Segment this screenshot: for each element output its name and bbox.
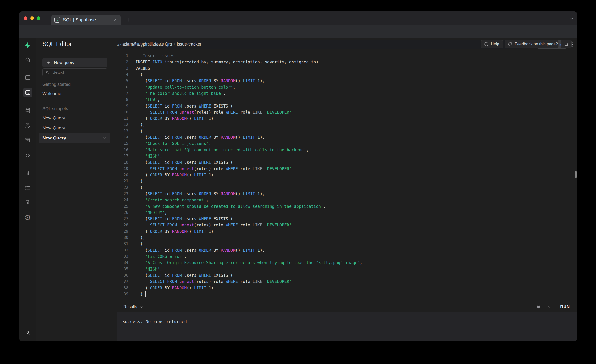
database-nav[interactable] (23, 106, 32, 115)
code-line: 1-- Insert issues (117, 53, 577, 59)
feedback-button[interactable]: Feedback on this page? (505, 40, 559, 48)
line-number: 26 (117, 209, 128, 216)
line-number: 28 (117, 222, 128, 228)
section-label: Getting started (39, 80, 110, 89)
sidebar-sections: Getting startedWelcomeSQL snippetsNew Qu… (39, 80, 110, 143)
code-line: 16 'Make sure that SQL can not be inject… (117, 147, 577, 153)
new-tab-button[interactable] (125, 16, 132, 23)
help-button[interactable]: Help (481, 40, 503, 48)
line-number: 21 (117, 178, 128, 184)
sidebar-item-label: New Query (42, 135, 66, 141)
gear-icon: ⚙ (25, 214, 31, 221)
code-line: 14 (SELECT id FROM users ORDER BY RANDOM… (117, 134, 577, 141)
line-number: 32 (117, 247, 128, 253)
code-line: 26 'MEDIUM', (117, 209, 577, 216)
settings-nav[interactable]: ⚙ (23, 213, 32, 223)
tab-strip: SQL | Supabase (19, 11, 577, 25)
tab-search-chevron-icon[interactable] (570, 17, 574, 20)
api-nav[interactable] (23, 151, 32, 160)
code-line: 12 ), (117, 122, 577, 128)
notifications-button[interactable] (561, 40, 572, 48)
line-number: 9 (117, 103, 128, 109)
code-line: 15 'Check for SQL injections', (117, 141, 577, 147)
home-nav[interactable] (23, 55, 32, 65)
code-line: 18 (SELECT id FROM users WHERE EXISTS ( (117, 159, 577, 165)
line-number: 5 (117, 78, 128, 84)
section-label: SQL snippets (39, 104, 110, 113)
breadcrumb-org[interactable]: adam@windmill.dev's Org (122, 38, 172, 51)
editor-scrollbar-thumb[interactable] (574, 171, 577, 178)
new-query-button[interactable]: New query (42, 58, 107, 67)
reports-nav[interactable] (23, 169, 32, 178)
line-number: 39 (117, 291, 128, 297)
code-line: 20 ) ORDER BY RANDOM() LIMIT 1) (117, 172, 577, 178)
table-icon (25, 74, 31, 81)
minimize-window-button[interactable] (30, 16, 34, 20)
sidebar-item-label: New Query (42, 115, 65, 120)
search-box (42, 68, 107, 76)
text-cursor (145, 291, 146, 297)
line-number: 38 (117, 285, 128, 291)
line-number: 3 (117, 65, 128, 72)
sidebar-item-welcome[interactable]: Welcome (39, 89, 110, 99)
sidebar-item-new-query[interactable]: New Query (39, 133, 110, 143)
browser-tab[interactable]: SQL | Supabase (52, 15, 121, 25)
feedback-label: Feedback on this page? (515, 42, 558, 46)
sidebar-item-new-query[interactable]: New Query (39, 123, 110, 133)
line-number: 34 (117, 260, 128, 266)
code-line: 35 'HIGH', (117, 266, 577, 272)
run-button[interactable]: RUN (560, 301, 570, 312)
docs-nav[interactable] (23, 198, 32, 207)
results-chevron-icon[interactable] (140, 305, 143, 309)
sidebar-item-new-query[interactable]: New Query (39, 113, 110, 123)
sidebar-item-label: Welcome (42, 91, 61, 96)
search-input[interactable] (52, 70, 101, 75)
line-number: 25 (117, 203, 128, 209)
code-line: 24 'Create search component', (117, 197, 577, 203)
supabase-favicon-icon (54, 17, 60, 23)
file-icon (25, 200, 31, 206)
logs-nav[interactable] (23, 183, 32, 193)
main-header: adam@windmill.dev's Org / issue-tracker … (117, 38, 577, 51)
account-nav[interactable] (23, 328, 32, 338)
code-line: 5 (SELECT id FROM users ORDER BY RANDOM(… (117, 78, 577, 84)
line-number: 7 (117, 90, 128, 97)
indent-guide (139, 72, 139, 291)
code-line: 19 SELECT FROM unnest(roles) role WHERE … (117, 166, 577, 172)
line-number: 4 (117, 72, 128, 78)
question-circle-icon (484, 42, 489, 46)
line-number: 15 (117, 141, 128, 147)
storage-nav[interactable] (23, 135, 32, 145)
storage-icon (25, 137, 31, 143)
sql-code-editor[interactable]: 1-- Insert issues2INSERT INTO issues(cre… (117, 51, 577, 301)
table-editor-nav[interactable] (23, 73, 32, 82)
person-icon (25, 330, 31, 336)
code-line: 4 ( (117, 72, 577, 78)
sql-editor-nav[interactable] (23, 88, 32, 97)
auth-icon (25, 122, 31, 128)
success-message: Success. No rows returned (122, 319, 187, 324)
plus-icon (46, 60, 51, 65)
code-line: 9 (SELECT id FROM users WHERE EXISTS ( (117, 103, 577, 109)
line-number: 23 (117, 191, 128, 197)
code-line: 13 ( (117, 128, 577, 134)
zoom-window-button[interactable] (37, 16, 40, 20)
authentication-nav[interactable] (23, 121, 32, 130)
results-bar: Results RUN (117, 301, 577, 312)
line-number: 8 (117, 97, 128, 103)
breadcrumb-project[interactable]: issue-tracker (177, 38, 201, 51)
favorite-heart-icon[interactable] (536, 304, 541, 309)
code-line: 6 'Update call-to-action button color', (117, 84, 577, 90)
code-line: 27 (SELECT id FROM users WHERE EXISTS ( (117, 216, 577, 222)
code-icon (25, 152, 31, 158)
run-options-chevron-icon[interactable] (547, 305, 551, 309)
line-number: 20 (117, 172, 128, 178)
results-tab[interactable]: Results (124, 301, 137, 312)
sidebar-item-label: New Query (42, 125, 65, 130)
close-window-button[interactable] (24, 16, 27, 20)
home-icon (25, 57, 31, 63)
tab-close-icon[interactable] (113, 17, 118, 22)
code-line: 10 SELECT FROM unnest(roles) role WHERE … (117, 109, 577, 115)
new-query-label: New query (54, 60, 74, 65)
line-number: 13 (117, 128, 128, 134)
